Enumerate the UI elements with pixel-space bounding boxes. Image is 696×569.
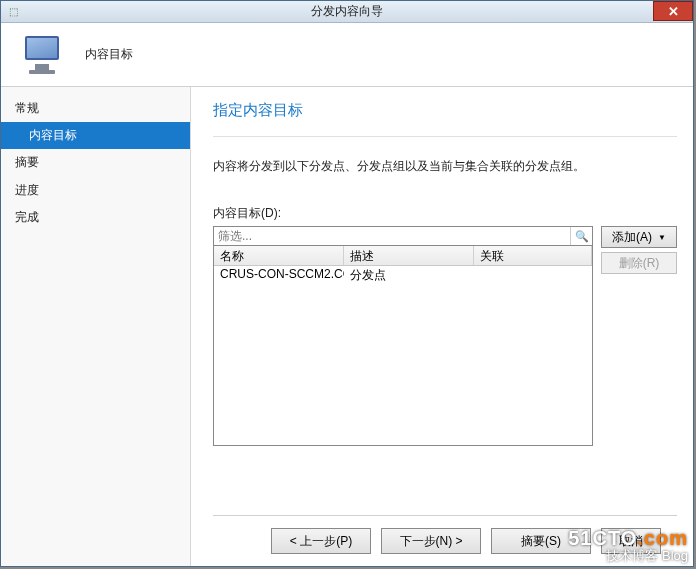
remove-label: 删除(R)	[619, 255, 660, 272]
description-text: 内容将分发到以下分发点、分发点组以及当前与集合关联的分发点组。	[213, 157, 677, 175]
targets-grid[interactable]: 名称 描述 关联 CRUS-CON-SCCM2.CON... 分发点	[213, 246, 593, 446]
header-band: 内容目标	[1, 23, 693, 87]
field-label: 内容目标(D):	[213, 205, 677, 222]
filter-input[interactable]	[214, 227, 570, 245]
table-row[interactable]: CRUS-CON-SCCM2.CON... 分发点	[214, 266, 592, 284]
app-icon: ⬚	[5, 4, 21, 20]
add-label: 添加(A)	[612, 229, 652, 246]
wizard-body: 常规 内容目标 摘要 进度 完成 指定内容目标 内容将分发到以下分发点、分发点组…	[1, 87, 693, 566]
remove-button: 删除(R)	[601, 252, 677, 274]
sidebar-item-complete[interactable]: 完成	[1, 204, 190, 231]
col-assoc[interactable]: 关联	[474, 246, 592, 265]
cell-name: CRUS-CON-SCCM2.CON...	[214, 266, 344, 284]
sidebar-item-general[interactable]: 常规	[1, 95, 190, 122]
main-panel: 指定内容目标 内容将分发到以下分发点、分发点组以及当前与集合关联的分发点组。 内…	[191, 87, 693, 566]
summary-button[interactable]: 摘要(S)	[491, 528, 591, 554]
close-icon: ✕	[668, 4, 679, 19]
add-button[interactable]: 添加(A) ▼	[601, 226, 677, 248]
computer-icon	[19, 34, 61, 76]
col-desc[interactable]: 描述	[344, 246, 474, 265]
col-name[interactable]: 名称	[214, 246, 344, 265]
cell-desc: 分发点	[344, 266, 474, 284]
side-buttons: 添加(A) ▼ 删除(R)	[601, 226, 677, 274]
cancel-button[interactable]: 取消	[601, 528, 661, 554]
grid-header: 名称 描述 关联	[214, 246, 592, 266]
titlebar: ⬚ 分发内容向导 ✕	[1, 1, 693, 23]
next-button[interactable]: 下一步(N) >	[381, 528, 481, 554]
cell-assoc	[474, 266, 592, 284]
sidebar: 常规 内容目标 摘要 进度 完成	[1, 87, 191, 566]
chevron-down-icon: ▼	[658, 233, 666, 242]
sidebar-item-content-target[interactable]: 内容目标	[1, 122, 190, 149]
table-wrap: 🔍 名称 描述 关联 CRUS-CON-SCCM2.CON... 分发点	[213, 226, 593, 446]
divider	[213, 136, 677, 137]
filter-box: 🔍	[213, 226, 593, 246]
sidebar-item-progress[interactable]: 进度	[1, 177, 190, 204]
search-icon[interactable]: 🔍	[570, 227, 592, 245]
page-title: 指定内容目标	[213, 97, 677, 136]
footer: < 上一步(P) 下一步(N) > 摘要(S) 取消	[213, 515, 677, 566]
close-button[interactable]: ✕	[653, 1, 693, 21]
sidebar-item-summary[interactable]: 摘要	[1, 149, 190, 176]
window-title: 分发内容向导	[311, 3, 383, 20]
prev-button[interactable]: < 上一步(P)	[271, 528, 371, 554]
wizard-window: ⬚ 分发内容向导 ✕ 内容目标 常规 内容目标 摘要 进度 完成 指定内容目标 …	[0, 0, 694, 567]
content-row: 🔍 名称 描述 关联 CRUS-CON-SCCM2.CON... 分发点	[213, 226, 677, 446]
header-subtitle: 内容目标	[85, 46, 133, 63]
